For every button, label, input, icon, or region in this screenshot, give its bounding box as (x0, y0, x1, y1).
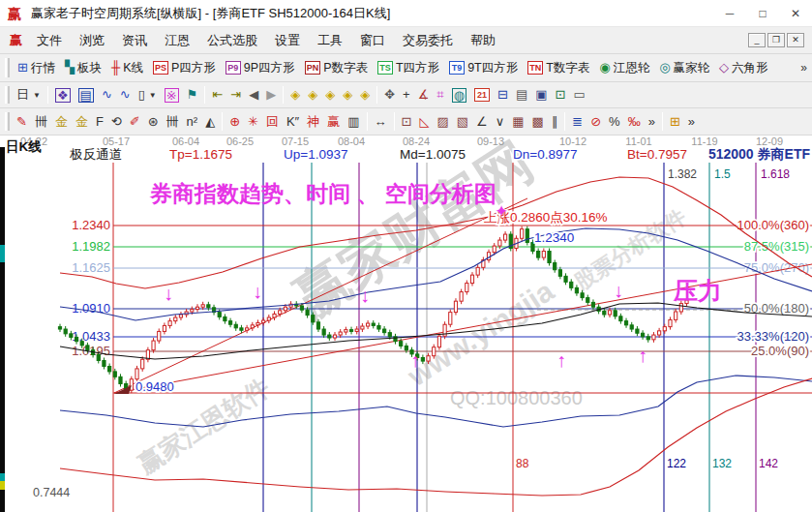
tool-square-spiral[interactable]: 回 (262, 112, 283, 132)
menu-item-tools[interactable]: 工具 (309, 29, 351, 51)
tool-gann-comb[interactable]: 卌 (31, 112, 51, 132)
tool-gann-pattern[interactable]: ※ (161, 85, 183, 105)
menu-item-settings[interactable]: 设置 (266, 29, 309, 51)
tool-t-square[interactable]: TST四方形 (373, 57, 444, 79)
tool-parallel-lines[interactable]: ∥ (548, 112, 562, 132)
tool-period-day[interactable]: 日▼ (13, 85, 45, 105)
candle-body (312, 316, 315, 322)
tool-sectors[interactable]: ▚板块 (60, 57, 106, 79)
minimize-button[interactable]: ─ (713, 0, 746, 26)
tool-printer[interactable]: ▭ (569, 85, 588, 105)
mdi-close-button[interactable]: ✕ (787, 33, 804, 47)
menu-item-news[interactable]: 资讯 (113, 29, 156, 51)
tool-candle-style[interactable]: ▯▼ (135, 85, 161, 105)
tool-save[interactable]: ▣ (531, 85, 551, 105)
tool-notepad[interactable]: ▤ (512, 85, 531, 105)
tool-measure-lines[interactable]: ≣ (568, 112, 586, 132)
tool-network[interactable]: ⊡ (551, 85, 569, 105)
tool-market-quotes[interactable]: ⊞行情 (13, 57, 60, 79)
menu-item-trade-order[interactable]: 交易委托 (394, 29, 462, 51)
tool-diamond-expand-all[interactable]: ◈ (356, 85, 374, 105)
kline-chart-canvas[interactable]: 赢家财富网www.yingjia赢家江恩软件股票分析软件QQ:100800360… (0, 136, 812, 512)
tool-fan-box[interactable]: ▨ (433, 112, 452, 132)
tool-calculator[interactable]: ⊟ (494, 85, 512, 105)
tool-grid-a[interactable]: ▦ (508, 112, 527, 132)
maximize-button[interactable]: □ (746, 0, 779, 26)
menu-item-window[interactable]: 窗口 (351, 29, 394, 51)
tool-spiral[interactable]: ⟲ (107, 112, 126, 132)
tool-gann-box[interactable]: ⊡ (398, 112, 416, 132)
toolbar-overflow-chevron[interactable]: » (797, 61, 810, 75)
tool-overflow-a[interactable]: » (645, 112, 659, 132)
tool-jump-last[interactable]: ⇥ (226, 85, 245, 105)
tool-wave-3[interactable]: ∿ (98, 85, 116, 105)
tool-overflow-b[interactable]: » (684, 112, 699, 132)
tool-k-note[interactable]: K″ (283, 112, 303, 132)
tool-gann-web[interactable]: ❖ (51, 85, 75, 105)
tool-gann-target[interactable]: ⊕ (226, 112, 244, 132)
tool-cycle-circle[interactable]: ⊛ (144, 112, 163, 132)
tool-notes-panel[interactable]: ▤ (75, 85, 98, 105)
close-button[interactable]: ✕ (779, 0, 812, 26)
date-tick-label: 06-25 (226, 136, 254, 147)
tool-hexagon[interactable]: ◇六角形 (714, 57, 773, 79)
tool-permille[interactable]: ‰ (624, 112, 645, 132)
tool-p9-square[interactable]: P99P四方形 (221, 57, 300, 79)
tool-mirror-angle[interactable]: ◭ (201, 112, 219, 132)
tool-fan-grid[interactable]: ▧ (453, 112, 472, 132)
tool-ying-tool[interactable]: 赢 (323, 112, 344, 132)
tool-golden-ratio[interactable]: 金 (72, 112, 92, 132)
tool-t9-square[interactable]: T99T四方形 (444, 57, 523, 79)
tool-gann-grid-tool[interactable]: ⌗ (433, 85, 447, 105)
candle-body (267, 317, 270, 320)
spiral-icon: ⟲ (111, 115, 122, 129)
tool-fib-f[interactable]: F (92, 112, 107, 132)
tool-pencil[interactable]: ✎ (13, 112, 31, 132)
candle-body (498, 240, 501, 246)
tool-starburst[interactable]: ✳ (244, 112, 262, 132)
tool-wave-9[interactable]: ∿ (116, 85, 135, 105)
tool-kline[interactable]: ╫K线 (106, 57, 148, 79)
tool-crosshair[interactable]: + (399, 85, 414, 105)
tool-ruler-125[interactable]: ▥ (344, 112, 363, 132)
menu-item-help[interactable]: 帮助 (462, 29, 504, 51)
tool-page-next[interactable]: ▶ (262, 85, 280, 105)
tool-t-number-table[interactable]: TNT数字表 (523, 57, 594, 79)
tool-grid-window[interactable]: ⊞ (666, 112, 684, 132)
tool-angle-tool[interactable]: ∡ (414, 85, 434, 105)
tool-brush[interactable]: ✐ (126, 112, 144, 132)
tool-winner-wheel[interactable]: ◎赢家轮 (654, 57, 714, 79)
tool-calendar[interactable]: 21 (470, 85, 494, 105)
tool-grid-b[interactable]: ▩ (528, 112, 548, 132)
menu-item-gann[interactable]: 江恩 (156, 29, 198, 51)
tool-golden-section[interactable]: 金 (51, 112, 72, 132)
tool-gann-fan[interactable]: ◺ (415, 112, 433, 132)
tool-comb-2[interactable]: 卌 (163, 112, 183, 132)
mdi-restore-button[interactable]: ❐ (767, 33, 785, 47)
tool-hand-drag[interactable]: ✥ (380, 85, 399, 105)
menu-item-browse[interactable]: 浏览 (71, 29, 113, 51)
tool-gann-wheel[interactable]: ◉江恩轮 (594, 57, 654, 79)
tool-diamond-expand-left[interactable]: ◈ (286, 85, 304, 105)
tool-width-ruler[interactable]: ↔ (371, 112, 391, 132)
menu-item-file[interactable]: 文件 (28, 29, 71, 51)
tool-shen-tool[interactable]: 神 (303, 112, 323, 132)
tool-diamond-expand-right[interactable]: ◈ (304, 85, 321, 105)
tool-trend-angle[interactable]: ∠ (472, 112, 492, 132)
tool-diamond-expand-v[interactable]: ◈ (339, 85, 356, 105)
tool-p-number-table[interactable]: PNP数字表 (300, 57, 373, 79)
menu-item-formula-stock-pick[interactable]: 公式选股 (198, 29, 266, 51)
tool-n-squared[interactable]: n² (183, 112, 202, 132)
tool-jump-first[interactable]: ⇤ (208, 85, 226, 105)
candle-body (630, 325, 633, 329)
tool-percent[interactable]: % (605, 112, 624, 132)
candle-body (437, 336, 440, 346)
mdi-minimize-button[interactable]: _ (748, 33, 766, 47)
tool-pattern-map[interactable]: ◍ (448, 85, 470, 105)
tool-color-flag[interactable]: ⚑ (183, 85, 202, 105)
tool-page-prev[interactable]: ◀ (245, 85, 262, 105)
tool-p-square[interactable]: PSP四方形 (148, 57, 221, 79)
tool-zigzag[interactable]: ∨ (492, 112, 509, 132)
tool-percent-strike[interactable]: ⊘ (586, 112, 605, 132)
tool-diamond-expand-h[interactable]: ◈ (321, 85, 339, 105)
